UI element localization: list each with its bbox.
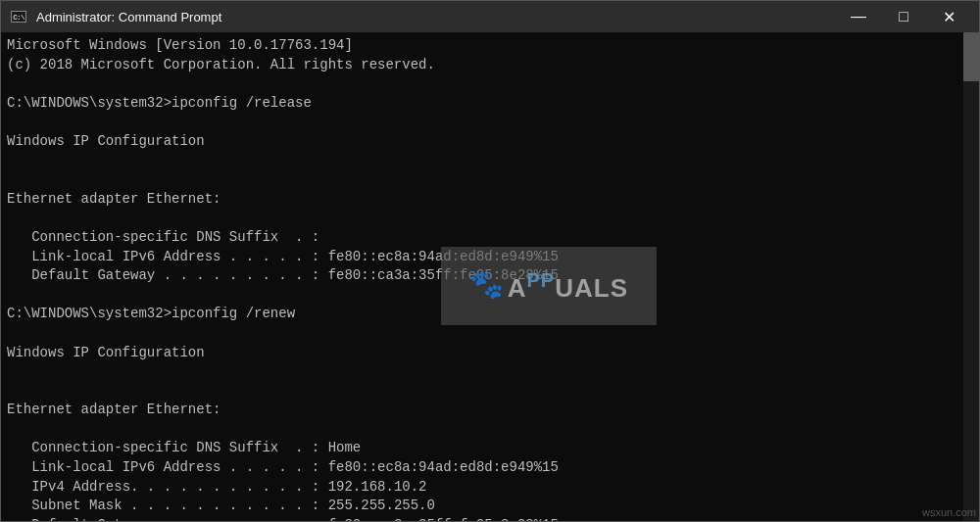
console-output[interactable]: Microsoft Windows [Version 10.0.17763.19… [1,32,979,521]
maximize-button[interactable]: □ [881,1,926,32]
window-controls: — □ ✕ [836,1,971,32]
window-title: Administrator: Command Prompt [36,10,836,24]
minimize-button[interactable]: — [836,1,881,32]
site-watermark: wsxun.com [922,506,976,518]
command-prompt-window: C:\ Administrator: Command Prompt — □ ✕ … [0,0,980,522]
console-text: Microsoft Windows [Version 10.0.17763.19… [7,36,973,521]
scrollbar-track[interactable] [963,32,979,521]
title-bar: C:\ Administrator: Command Prompt — □ ✕ [1,1,979,32]
window-icon: C:\ [9,7,28,26]
scrollbar-thumb[interactable] [963,32,979,81]
close-button[interactable]: ✕ [926,1,971,32]
cmd-icon: C:\ [11,11,26,23]
